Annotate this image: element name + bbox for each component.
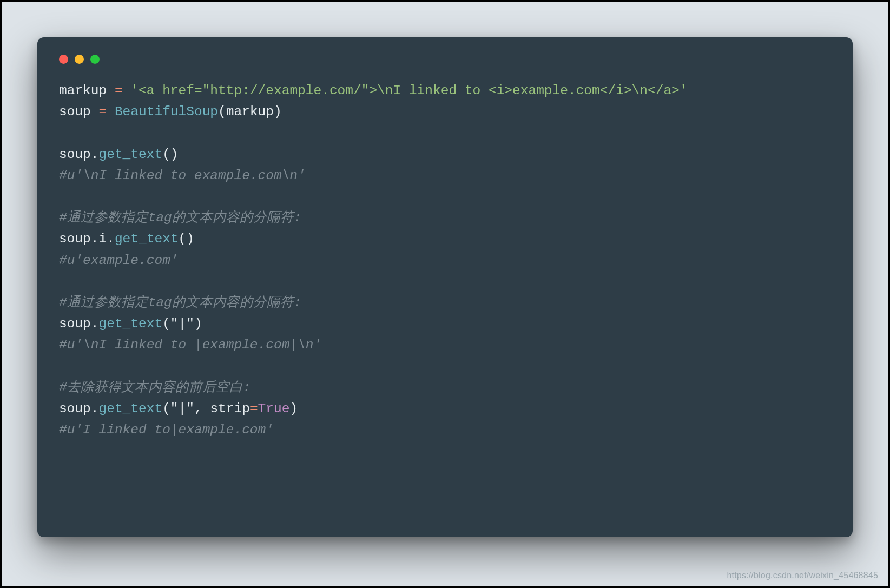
- close-icon[interactable]: [59, 55, 68, 64]
- code-token: ("|"): [162, 316, 202, 331]
- code-window: markup = '<a href="http://example.com/">…: [37, 37, 853, 537]
- minimize-icon[interactable]: [75, 55, 84, 64]
- code-token: get_text: [99, 147, 163, 162]
- code-token: =: [115, 83, 123, 98]
- code-token: '<a href="http://example.com/">\nI linke…: [130, 83, 687, 98]
- code-token: get_text: [99, 316, 163, 331]
- code-token: get_text: [99, 401, 163, 416]
- code-comment: #u'example.com': [59, 253, 179, 268]
- code-token: (): [179, 232, 194, 246]
- code-token: ): [289, 401, 298, 416]
- code-comment: #通过参数指定tag的文本内容的分隔符:: [59, 295, 302, 310]
- code-token: get_text: [115, 232, 179, 246]
- code-comment: #通过参数指定tag的文本内容的分隔符:: [59, 210, 302, 225]
- code-token: [123, 83, 131, 98]
- zoom-icon[interactable]: [90, 55, 100, 64]
- code-comment: #u'I linked to|example.com': [59, 422, 274, 437]
- code-token: soup: [59, 104, 99, 119]
- code-token: (): [162, 147, 178, 162]
- code-token: =: [99, 104, 107, 119]
- code-block: markup = '<a href="http://example.com/">…: [59, 80, 831, 440]
- code-comment: #u'\nI linked to example.com\n': [59, 168, 306, 183]
- code-token: =: [250, 401, 258, 416]
- code-token: True: [258, 401, 290, 416]
- code-comment: #去除获得文本内容的前后空白:: [59, 380, 250, 395]
- code-comment: #u'\nI linked to |example.com|\n': [59, 338, 321, 352]
- code-token: soup.: [59, 147, 99, 162]
- code-token: BeautifulSoup: [115, 104, 218, 119]
- code-token: soup.: [59, 316, 99, 331]
- code-token: [107, 104, 115, 119]
- code-token: markup: [59, 83, 115, 98]
- code-token: ("|", strip: [162, 401, 250, 416]
- window-controls: [59, 55, 831, 64]
- code-token: soup.i.: [59, 232, 115, 246]
- code-token: (markup): [218, 104, 282, 119]
- page-frame: markup = '<a href="http://example.com/">…: [0, 0, 890, 588]
- watermark-text: https://blog.csdn.net/weixin_45468845: [727, 571, 878, 580]
- code-token: soup.: [59, 401, 99, 416]
